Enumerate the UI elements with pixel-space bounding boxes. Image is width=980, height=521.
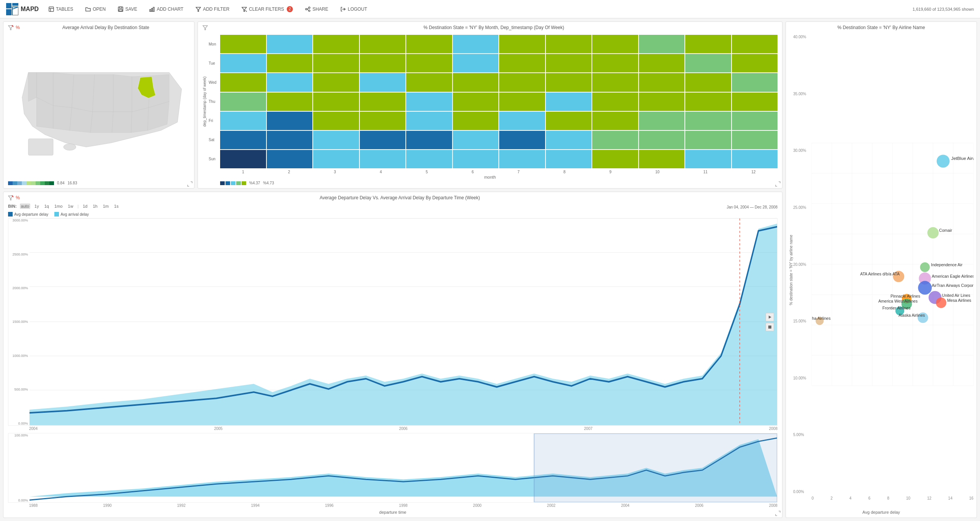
svg-line-21 [307,9,309,10]
bin-1d[interactable]: 1d [82,204,88,209]
play-button[interactable] [766,313,774,321]
ts-departure-color [8,212,13,217]
svg-text:ha Airlines: ha Airlines [812,316,831,321]
logo[interactable]: MAPD [6,3,39,15]
svg-point-57 [918,281,932,295]
svg-text:Alaska Airlines: Alaska Airlines [898,313,925,317]
heatmap-expand-icon[interactable] [775,181,781,187]
bin-1q[interactable]: 1q [43,204,50,209]
heatmap-legend-min: %4.37 [249,181,260,185]
logout-icon [340,7,346,12]
scatter-chart-card: % Destination State = 'NY' By Airline Na… [786,21,977,518]
scatter-chart-header: % Destination State = 'NY' By Airline Na… [786,22,977,32]
map-chart-body[interactable] [3,32,194,179]
svg-rect-12 [152,8,153,11]
svg-rect-87 [534,433,777,502]
svg-rect-10 [119,10,122,11]
svg-text:Comair: Comair [939,228,952,233]
bin-1mo[interactable]: 1mo [53,204,64,209]
heatmap-legend: %4.37 %4.73 [203,181,777,185]
bin-controls: BIN: auto 1y 1q 1mo 1w | 1d 1h 1m 1s [8,204,120,209]
svg-text:Mesa Airlines: Mesa Airlines [947,298,971,303]
ts-legend-departure: Avg departure delay [8,212,48,217]
svg-point-19 [309,10,310,11]
svg-point-27 [64,144,76,150]
heatmap-filter-icon[interactable] [203,25,208,30]
bin-1s[interactable]: 1s [113,204,120,209]
bin-1w[interactable]: 1w [67,204,74,209]
svg-point-17 [309,7,310,8]
nav-add-chart[interactable]: ADD CHART [147,5,186,13]
map-chart-title: Average Arrival Delay By Destination Sta… [22,25,189,30]
ts-overview-x-labels: 1988 1990 1992 1994 1996 1998 2000 2002 … [8,503,777,508]
ts-filter-icon[interactable] [8,195,13,200]
play-icon [768,315,772,319]
svg-text:United Air Lines: United Air Lines [942,293,970,298]
heatmap-month-label: month [203,175,777,179]
table-icon [49,7,54,12]
svg-point-47 [937,155,950,168]
share-icon [305,7,310,12]
svg-point-49 [927,227,939,239]
svg-rect-13 [153,7,154,11]
map-chart-header: % Average Arrival Delay By Destination S… [3,22,194,32]
map-color-bar [8,181,54,185]
ts-departure-label: Avg departure delay [14,212,48,217]
svg-rect-85 [768,326,771,329]
nav-open[interactable]: OPEN [83,5,108,13]
ts-main-chart[interactable]: 3000.00% 2500.00% 2000.00% 1500.00% 1000… [8,218,777,426]
timeseries-container: BIN: auto 1y 1q 1mo 1w | 1d 1h 1m 1s Jan… [3,202,782,518]
ts-expand-icon[interactable] [775,511,781,516]
bin-1y[interactable]: 1y [33,204,40,209]
nav-add-filter[interactable]: ADD FILTER [193,5,232,13]
playback-controls [766,313,774,331]
svg-text:Frontier Airlines: Frontier Airlines [882,306,910,310]
nav-clear-filters[interactable]: CLEAR FILTERS 2 [239,5,295,14]
svg-text:American Eagle Airlines: American Eagle Airlines [932,274,973,278]
svg-marker-84 [769,316,771,319]
scatter-y-axis-label: % destination state = 'NY' by airline na… [789,35,793,505]
scatter-chart-footer: Avg departure delay [786,508,977,518]
heatmap-legend-max: %4.73 [263,181,274,185]
svg-rect-0 [6,3,11,8]
nav-save[interactable]: SAVE [116,5,139,13]
ts-percent-icon: % [16,195,20,200]
heatmap-chart-body[interactable]: dep_timestamp (day of week) Mon Tue Wed … [198,32,782,188]
svg-rect-26 [28,139,53,155]
ts-overview-chart[interactable]: 100.00% 0.00% [8,433,777,503]
heatmap-chart-title: % Destination State = 'NY' By Month, Dep… [210,25,777,30]
map-chart-footer: 0.84 16.83 [3,179,194,188]
stop-button[interactable] [766,323,774,331]
scatter-plot-svg: JetBlue Airways Comair Independence Air … [812,35,973,494]
heatmap-y-axis-label: dep_timestamp (day of week) [203,35,209,168]
svg-text:Pinnacle Airlines: Pinnacle Airlines [890,294,920,298]
filter-icon [196,7,201,12]
bin-auto[interactable]: auto [20,204,30,209]
scatter-chart-title: % Destination State = 'NY' By Airline Na… [791,25,972,30]
timeseries-chart-body[interactable]: BIN: auto 1y 1q 1mo 1w | 1d 1h 1m 1s Jan… [3,202,782,518]
nav-share[interactable]: SHARE [303,5,330,13]
svg-rect-5 [49,7,54,11]
ts-legend-arrival: Avg arrival delay [54,212,89,217]
nav-tables[interactable]: TABLES [46,5,75,13]
ts-main-svg [29,218,777,425]
map-expand-icon[interactable] [187,181,193,187]
ts-arrival-color [54,212,59,217]
bin-1m[interactable]: 1m [102,204,110,209]
svg-text:AirTran Airways Corporation: AirTran Airways Corporation [932,283,973,288]
svg-marker-14 [196,7,201,11]
svg-rect-9 [119,7,122,8]
bin-label: BIN: [8,204,17,208]
timeseries-chart-header: % Average Departure Delay Vs. Average Ar… [3,192,782,202]
heatmap-grid-wrapper: dep_timestamp (day of week) Mon Tue Wed … [203,35,777,168]
svg-marker-28 [203,26,207,30]
svg-rect-2 [6,9,11,15]
bin-1h[interactable]: 1h [91,204,98,209]
ts-overview-svg [29,433,777,502]
scatter-chart-body[interactable]: % destination state = 'NY' by airline na… [786,32,977,508]
svg-line-16 [245,10,247,12]
nav-logout[interactable]: LOGOUT [338,5,369,13]
clear-filters-badge: 2 [287,6,293,12]
map-filter-icon[interactable] [8,25,13,30]
ts-main-x-labels: 2004 2005 2006 2007 2008 [8,426,777,431]
